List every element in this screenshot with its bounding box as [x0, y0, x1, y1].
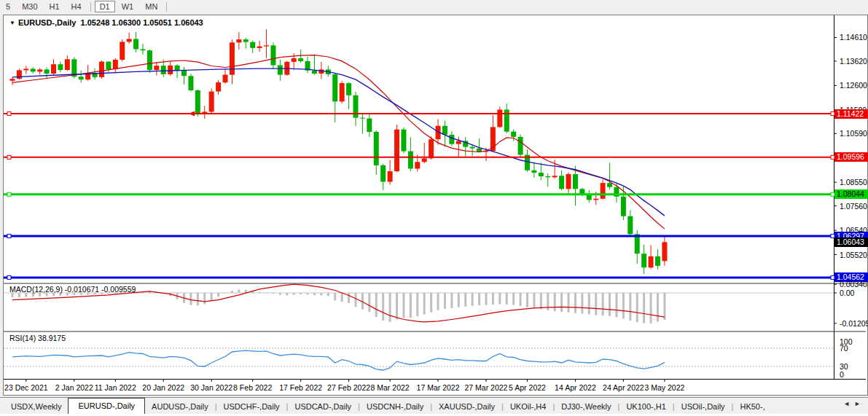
- hline-price-badge: 1.09596: [834, 152, 868, 162]
- tab-scroll-left-icon[interactable]: ◄: [843, 400, 854, 407]
- timeframe-button-w1[interactable]: W1: [117, 1, 139, 12]
- current-price-badge: 1.06043: [834, 238, 868, 247]
- tab-scroll-arrows: ◄►: [843, 400, 865, 407]
- macd-axis-tick: -0.01205: [840, 319, 868, 328]
- date-axis-label: 27 Feb 2022: [327, 383, 370, 392]
- date-axis-label: 17 Mar 2022: [417, 383, 460, 392]
- rsi-axis-tick: 70: [840, 344, 848, 353]
- chevron-down-icon: ▼: [9, 20, 15, 26]
- date-axis-label: 8 Mar 2022: [371, 383, 410, 392]
- timeframe-button-5[interactable]: 5: [1, 1, 15, 12]
- rsi-axis-tick: 0: [840, 370, 844, 379]
- macd-indicator-label: MACD(12,26,9) -0.010671 -0.009559: [9, 285, 136, 294]
- date-axis-label: 11 Jan 2022: [95, 383, 136, 392]
- timeframe-button-h4[interactable]: H4: [66, 1, 87, 12]
- timeframe-button-m30[interactable]: M30: [17, 1, 42, 12]
- date-axis-label: 30 Jan 2022: [190, 383, 232, 392]
- symbol-tab-hk50[interactable]: HK50-,: [733, 399, 771, 414]
- date-axis-label: 14 Apr 2022: [555, 383, 596, 392]
- price-axis-tick: 1.05520: [840, 251, 867, 259]
- date-axis-label: 27 Mar 2022: [464, 383, 507, 392]
- hline-price-badge: 1.08044: [834, 189, 868, 199]
- timeframe-button-h1[interactable]: H1: [44, 1, 65, 12]
- price-axis-tick: 1.12600: [840, 81, 867, 90]
- symbol-tab-dj30-weekly[interactable]: DJ30-,Weekly: [555, 399, 617, 414]
- price-axis-tick: 1.13620: [840, 57, 867, 66]
- tab-scroll-right-icon[interactable]: ►: [854, 400, 865, 407]
- symbol-tab-xauusd-daily[interactable]: XAUUSD-,Daily: [432, 399, 501, 414]
- date-axis-label: 8 Feb 2022: [233, 383, 272, 392]
- timeframe-button-mn[interactable]: MN: [140, 1, 163, 12]
- chart-title: ▼EURUSD-,Daily 1.05248 1.06300 1.05051 1…: [9, 18, 203, 27]
- timeframe-toolbar: 5M30H1H4D1W1MN: [0, 0, 868, 13]
- symbol-tab-usdcad-daily[interactable]: USDCAD-,Daily: [288, 399, 358, 414]
- date-axis-label: 17 Feb 2022: [279, 383, 322, 392]
- macd-axis-tick: 0.003408: [840, 280, 868, 289]
- macd-axis-tick: 0.00: [840, 289, 854, 297]
- symbol-tab-usdx-weekly[interactable]: USDX,Weekly: [4, 399, 68, 414]
- chart-window[interactable]: ▼EURUSD-,Daily 1.05248 1.06300 1.05051 1…: [3, 15, 868, 396]
- date-axis-label: 3 May 2022: [644, 383, 684, 392]
- symbol-tab-audusd-daily[interactable]: AUDUSD-,Daily: [145, 399, 215, 414]
- symbol-tab-eurusd-daily[interactable]: EURUSD-,Daily: [68, 398, 145, 414]
- symbol-tab-ukoil-h4[interactable]: UKOil-,H4: [504, 399, 553, 414]
- rsi-indicator-label: RSI(14) 38.9175: [9, 334, 66, 342]
- date-axis-label: 23 Dec 2021: [4, 383, 48, 392]
- symbol-tab-usdchf-daily[interactable]: USDCHF-,Daily: [217, 399, 286, 414]
- date-axis-label: 5 Apr 2022: [509, 383, 546, 392]
- timeframe-button-d1[interactable]: D1: [95, 1, 115, 12]
- symbol-tab-usoil-daily[interactable]: USOil-,Daily: [675, 399, 732, 414]
- toolbar-divider: [90, 2, 91, 12]
- symbol-tab-uk100-h1[interactable]: UK100-,H1: [619, 399, 672, 414]
- hline-price-badge: 1.11422: [834, 109, 868, 119]
- symbol-tab-usdcnh-daily[interactable]: USDCNH-,Daily: [360, 399, 430, 414]
- date-axis-label: 2 Jan 2022: [55, 383, 93, 392]
- price-axis-tick: 1.08550: [840, 178, 867, 187]
- price-chart-canvas[interactable]: [4, 15, 866, 393]
- toolbar-divider: [166, 2, 167, 12]
- chart-ohlc-values: 1.05248 1.06300 1.05051 1.06043: [81, 18, 203, 27]
- date-axis-label: 24 Apr 2022: [603, 383, 644, 392]
- symbol-tab-bar: USDX,WeeklyEURUSD-,DailyAUDUSD-,Daily|US…: [0, 397, 868, 414]
- price-axis-tick: 1.14610: [840, 33, 867, 42]
- chart-symbol-label: EURUSD-,Daily: [18, 18, 76, 27]
- terminal-window: 5M30H1H4D1W1MN ▼EURUSD-,Daily 1.05248 1.…: [0, 0, 868, 416]
- price-axis-tick: 1.07560: [840, 202, 867, 211]
- date-axis-label: 20 Jan 2022: [142, 383, 184, 392]
- price-axis-tick: 1.10590: [840, 129, 867, 138]
